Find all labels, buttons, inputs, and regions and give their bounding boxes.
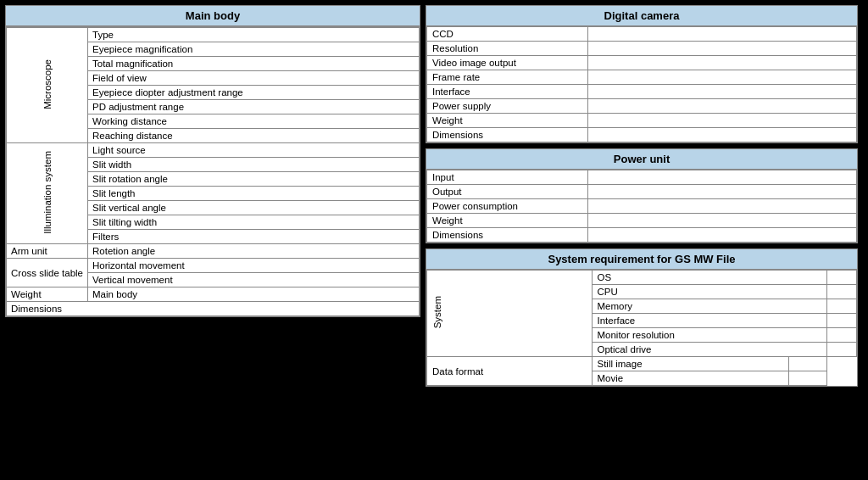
- dimensions-row: Dimensions: [427, 128, 588, 142]
- os-row: OS: [592, 271, 827, 285]
- main-body-header: Main body: [5, 5, 420, 26]
- optical-drive-value: [827, 343, 857, 357]
- table-row: Microscope Type: [7, 28, 420, 42]
- pu-weight-value: [588, 214, 857, 228]
- table-row: Video image output: [427, 56, 857, 70]
- table-row: Dimensions: [427, 228, 857, 243]
- input-value: [588, 170, 857, 185]
- slit-rotation-row: Slit rotation angle: [88, 172, 420, 187]
- movie-value: [788, 371, 827, 386]
- table-row: Weight Main body: [7, 287, 420, 302]
- working-dist-row: Working distance: [88, 114, 420, 129]
- page: Main body Microscope Type Eyepiece magni…: [0, 0, 868, 480]
- data-format-label: Data format: [427, 357, 593, 386]
- still-image-row: Still image: [592, 357, 788, 371]
- cpu-row: CPU: [592, 285, 827, 299]
- resolution-row: Resolution: [427, 42, 588, 56]
- table-row: Output: [427, 185, 857, 199]
- weight-label: Weight: [7, 287, 88, 302]
- system-label: System: [427, 271, 593, 357]
- power-consumption-value: [588, 199, 857, 214]
- pd-row: PD adjustment range: [88, 100, 420, 114]
- weight-value: [588, 114, 857, 128]
- slit-tilting-row: Slit tilting width: [88, 215, 420, 230]
- table-row: Weight: [427, 214, 857, 228]
- table-row: Data format Still image: [427, 357, 857, 371]
- illumination-label: Illumination system: [7, 143, 88, 244]
- slit-width-row: Slit width: [88, 158, 420, 172]
- table-row: Interface: [427, 85, 857, 99]
- type-row: Type: [88, 28, 420, 42]
- eyepiece-diopter-row: Eyepiece diopter adjustment range: [88, 86, 420, 100]
- fov-row: Field of view: [88, 71, 420, 86]
- sys-table: System OS CPU Memory: [426, 270, 857, 386]
- table-row: Dimensions: [427, 128, 857, 142]
- weight-row: Weight: [427, 114, 588, 128]
- sys-table-wrapper: System OS CPU Memory: [426, 270, 858, 387]
- os-value: [827, 271, 857, 285]
- table-row: Power consumption: [427, 199, 857, 214]
- video-output-row: Video image output: [427, 56, 588, 70]
- ccd-row: CCD: [427, 27, 588, 42]
- power-consumption-row: Power consumption: [427, 199, 588, 214]
- table-row: Arm unit Rotetion angle: [7, 244, 420, 259]
- weight-row: Main body: [88, 287, 420, 302]
- left-panel: Main body Microscope Type Eyepiece magni…: [5, 5, 420, 475]
- slit-length-row: Slit length: [88, 187, 420, 201]
- frame-rate-row: Frame rate: [427, 70, 588, 85]
- power-supply-row: Power supply: [427, 99, 588, 114]
- interface-row: Interface: [427, 85, 588, 99]
- table-row: CCD: [427, 27, 857, 42]
- dimensions-value: [588, 128, 857, 142]
- pu-weight-row: Weight: [427, 214, 588, 228]
- power-unit-section: Power unit Input Output Power consum: [426, 148, 858, 243]
- memory-value: [827, 299, 857, 314]
- power-supply-value: [588, 99, 857, 114]
- sysreq-header: System requirement for GS MW File: [426, 248, 858, 270]
- vertical-move-row: Vertical movement: [88, 273, 420, 287]
- cpu-value: [827, 285, 857, 299]
- frame-rate-value: [588, 70, 857, 85]
- digital-camera-header: Digital camera: [426, 5, 858, 26]
- digital-camera-table-wrapper: CCD Resolution Video image output F: [426, 26, 858, 143]
- still-image-value: [788, 357, 827, 371]
- resolution-value: [588, 42, 857, 56]
- microscope-label: Microscope: [7, 28, 88, 143]
- slit-vertical-row: Slit vertical angle: [88, 201, 420, 215]
- power-unit-table: Input Output Power consumption Weig: [426, 170, 857, 243]
- memory-row: Memory: [592, 299, 827, 314]
- dimensions-row: Dimensions: [7, 302, 420, 316]
- power-unit-table-wrapper: Input Output Power consumption Weig: [426, 170, 858, 243]
- right-panel: Digital camera CCD Resolution Video: [426, 5, 858, 475]
- video-output-value: [588, 56, 857, 70]
- spec-table: Microscope Type Eyepiece magnification T…: [6, 27, 420, 316]
- eyepiece-mag-row: Eyepiece magnification: [88, 42, 420, 57]
- light-source-row: Light source: [88, 143, 420, 158]
- optical-drive-row: Optical drive: [592, 343, 827, 357]
- monitor-res-value: [827, 328, 857, 343]
- table-row: Dimensions: [7, 302, 420, 316]
- pu-dimensions-row: Dimensions: [427, 228, 588, 243]
- table-row: Weight: [427, 114, 857, 128]
- power-unit-header: Power unit: [426, 148, 858, 170]
- sysreq-section: System requirement for GS MW File System…: [426, 248, 858, 387]
- reaching-dist-row: Reaching distance: [88, 129, 420, 143]
- digital-camera-table: CCD Resolution Video image output F: [426, 26, 857, 142]
- table-row: Cross slide table Horizontal movement: [7, 259, 420, 273]
- arm-unit-row: Rotetion angle: [88, 244, 420, 259]
- sys-interface-row: Interface: [592, 314, 827, 328]
- table-row: Power supply: [427, 99, 857, 114]
- left-table-wrapper: Microscope Type Eyepiece magnification T…: [5, 26, 420, 317]
- cross-slide-label: Cross slide table: [7, 259, 88, 287]
- output-value: [588, 185, 857, 199]
- table-row: Resolution: [427, 42, 857, 56]
- ccd-value: [588, 27, 857, 42]
- table-row: Input: [427, 170, 857, 185]
- output-row: Output: [427, 185, 588, 199]
- total-mag-row: Total magnification: [88, 57, 420, 71]
- filters-row: Filters: [88, 230, 420, 244]
- sys-interface-value: [827, 314, 857, 328]
- movie-row: Movie: [592, 371, 788, 386]
- input-row: Input: [427, 170, 588, 185]
- interface-value: [588, 85, 857, 99]
